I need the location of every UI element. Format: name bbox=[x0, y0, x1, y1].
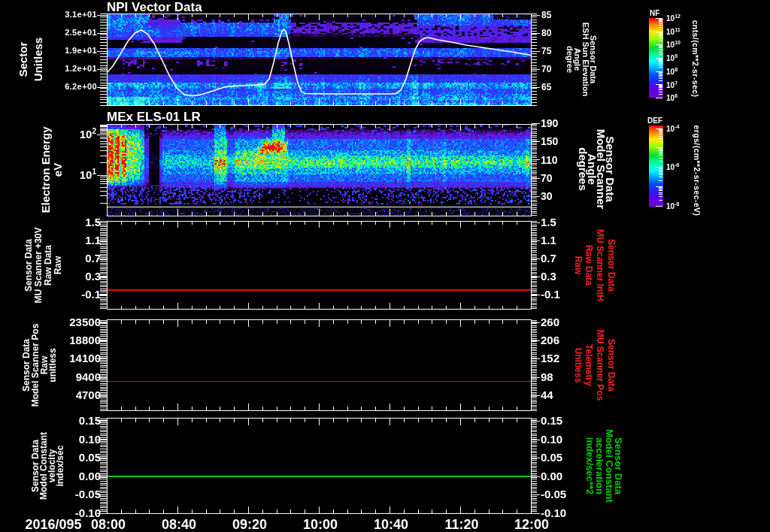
svg-text:1.9e+01: 1.9e+01 bbox=[65, 46, 97, 55]
svg-text:index/sec**2: index/sec**2 bbox=[584, 437, 596, 495]
svg-text:Unitless: Unitless bbox=[32, 38, 44, 81]
svg-text:14100: 14100 bbox=[69, 352, 101, 364]
svg-text:ergs/(cm**2-sr-sec-eV): ergs/(cm**2-sr-sec-eV) bbox=[693, 125, 702, 216]
svg-text:18800: 18800 bbox=[69, 334, 101, 346]
svg-text:-0.1: -0.1 bbox=[81, 288, 101, 301]
svg-text:190: 190 bbox=[541, 117, 559, 129]
svg-text:Sensor Data: Sensor Data bbox=[606, 239, 617, 292]
svg-text:Electron Energy: Electron Energy bbox=[39, 126, 52, 213]
svg-text:cnts/(cm**2-sr-sec): cnts/(cm**2-sr-sec) bbox=[691, 20, 700, 98]
svg-text:102: 102 bbox=[80, 127, 97, 141]
svg-text:75: 75 bbox=[541, 46, 552, 56]
svg-text:107: 107 bbox=[666, 80, 678, 89]
svg-text:80: 80 bbox=[541, 28, 552, 38]
svg-text:70: 70 bbox=[541, 172, 553, 184]
svg-text:08:00: 08:00 bbox=[91, 517, 126, 532]
svg-text:0.15: 0.15 bbox=[79, 414, 101, 427]
svg-text:6.2e+00: 6.2e+00 bbox=[65, 82, 97, 91]
svg-text:108: 108 bbox=[666, 67, 678, 76]
svg-text:degrees: degrees bbox=[577, 147, 590, 191]
svg-text:1.1: 1.1 bbox=[85, 234, 101, 246]
svg-text:MEx ELS-01 LR: MEx ELS-01 LR bbox=[107, 110, 201, 124]
svg-text:1012: 1012 bbox=[666, 14, 681, 23]
svg-text:0.15: 0.15 bbox=[541, 414, 562, 427]
svg-text:98: 98 bbox=[541, 370, 553, 383]
svg-text:0.7: 0.7 bbox=[541, 252, 556, 264]
svg-text:MU Scanner IntH: MU Scanner IntH bbox=[595, 229, 605, 301]
svg-text:2016/095: 2016/095 bbox=[25, 517, 81, 532]
svg-text:4700: 4700 bbox=[76, 388, 101, 401]
svg-text:Sensor Data: Sensor Data bbox=[606, 339, 617, 391]
svg-text:0.00: 0.00 bbox=[541, 470, 562, 482]
svg-text:eV: eV bbox=[51, 163, 64, 177]
svg-text:unitless: unitless bbox=[47, 348, 58, 382]
svg-text:110: 110 bbox=[541, 154, 558, 166]
svg-text:85: 85 bbox=[541, 10, 552, 20]
svg-text:10-8: 10-8 bbox=[666, 201, 679, 210]
svg-text:1.5: 1.5 bbox=[541, 216, 556, 228]
svg-text:10:00: 10:00 bbox=[303, 517, 338, 532]
svg-text:0.3: 0.3 bbox=[85, 270, 101, 283]
svg-text:Sensor Data: Sensor Data bbox=[23, 239, 34, 292]
svg-text:DEF: DEF bbox=[647, 116, 662, 125]
svg-text:11:20: 11:20 bbox=[444, 517, 478, 532]
svg-text:10-6: 10-6 bbox=[666, 162, 679, 171]
svg-text:101: 101 bbox=[80, 168, 97, 181]
svg-text:index/sec: index/sec bbox=[55, 445, 65, 486]
svg-text:0.05: 0.05 bbox=[79, 451, 101, 464]
svg-text:Raw: Raw bbox=[53, 255, 63, 274]
svg-text:70: 70 bbox=[541, 64, 552, 74]
svg-text:0.00: 0.00 bbox=[79, 470, 101, 482]
svg-text:0.3: 0.3 bbox=[541, 270, 556, 283]
svg-text:Sector: Sector bbox=[17, 41, 29, 77]
svg-text:0.10: 0.10 bbox=[541, 433, 562, 446]
svg-text:Unitless: Unitless bbox=[573, 348, 584, 383]
svg-text:10:40: 10:40 bbox=[374, 517, 408, 532]
svg-text:1.5: 1.5 bbox=[85, 216, 101, 228]
svg-text:1011: 1011 bbox=[666, 27, 681, 36]
svg-text:-0.05: -0.05 bbox=[75, 488, 101, 500]
svg-text:2.5e+01: 2.5e+01 bbox=[65, 28, 97, 37]
svg-text:0.10: 0.10 bbox=[79, 433, 101, 446]
svg-text:44: 44 bbox=[541, 388, 553, 401]
svg-text:08:40: 08:40 bbox=[162, 517, 196, 532]
svg-text:106: 106 bbox=[666, 93, 678, 102]
svg-text:-0.05: -0.05 bbox=[541, 488, 566, 500]
svg-text:09:20: 09:20 bbox=[232, 517, 267, 532]
svg-text:260: 260 bbox=[541, 316, 559, 328]
svg-text:30: 30 bbox=[541, 190, 553, 202]
svg-text:150: 150 bbox=[541, 135, 559, 147]
svg-text:Raw Data: Raw Data bbox=[43, 245, 53, 286]
svg-text:-0.1: -0.1 bbox=[541, 288, 560, 301]
svg-text:152: 152 bbox=[541, 352, 559, 364]
svg-text:NPI Vector Data: NPI Vector Data bbox=[107, 0, 202, 14]
svg-text:3.1e+01: 3.1e+01 bbox=[65, 10, 97, 19]
svg-text:1010: 1010 bbox=[666, 40, 681, 49]
svg-text:MU Scanner Pos: MU Scanner Pos bbox=[595, 330, 605, 401]
svg-text:65: 65 bbox=[541, 82, 552, 92]
svg-text:Raw: Raw bbox=[573, 256, 584, 275]
svg-text:1.2e+01: 1.2e+01 bbox=[65, 64, 97, 73]
svg-text:9400: 9400 bbox=[76, 370, 101, 383]
svg-text:109: 109 bbox=[666, 53, 678, 62]
svg-text:206: 206 bbox=[541, 334, 559, 346]
svg-text:NF: NF bbox=[650, 9, 659, 17]
svg-text:23500: 23500 bbox=[69, 316, 101, 328]
svg-text:12:00: 12:00 bbox=[514, 517, 549, 532]
svg-text:degree: degree bbox=[565, 46, 574, 73]
svg-text:MU Scanner +30V: MU Scanner +30V bbox=[33, 227, 44, 303]
svg-text:Telemetry: Telemetry bbox=[584, 344, 594, 386]
svg-text:0.7: 0.7 bbox=[85, 252, 101, 264]
svg-text:10-4: 10-4 bbox=[666, 124, 679, 133]
svg-text:Raw Data: Raw Data bbox=[584, 245, 594, 286]
svg-text:0.05: 0.05 bbox=[541, 451, 562, 464]
svg-text:1.1: 1.1 bbox=[541, 234, 556, 246]
